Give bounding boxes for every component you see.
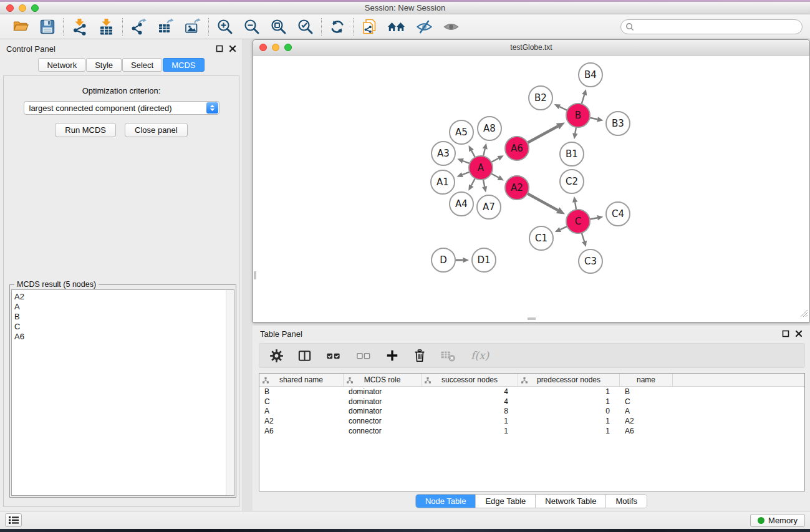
table-row[interactable]: Adominator80A [259,407,804,417]
tab-node-table[interactable]: Node Table [416,495,476,508]
graph-node-A8[interactable]: A8 [478,117,501,140]
tab-select[interactable]: Select [122,58,162,72]
graph-edge-A-A7[interactable] [483,180,485,187]
import-network-icon[interactable] [71,18,88,36]
graph-node-B[interactable]: B [566,104,590,127]
search-input[interactable] [620,19,803,34]
graph-node-D1[interactable]: D1 [472,248,496,272]
graph-node-B2[interactable]: B2 [529,86,552,110]
column-header-predecessor-nodes[interactable]: predecessor nodes [518,374,620,386]
mcds-result-item[interactable]: B [14,312,226,322]
delete-column-icon[interactable] [413,349,427,363]
network-minimize-button[interactable] [272,44,279,51]
float-panel-icon[interactable] [216,45,223,52]
graph-edge-A-A6[interactable] [491,158,499,162]
refresh-network-icon[interactable] [329,19,345,35]
export-image-icon[interactable] [184,18,201,35]
graph-edge-A6-B[interactable] [528,127,558,143]
neighborhood-icon[interactable] [387,19,406,35]
zoom-out-icon[interactable] [243,18,260,35]
import-table-icon[interactable] [98,18,115,36]
split-panel-icon[interactable] [297,349,312,363]
table-row[interactable]: Bdominator41B [259,387,804,397]
graph-edge-C-C1[interactable] [561,226,567,230]
add-column-icon[interactable] [385,349,399,362]
close-window-button[interactable] [6,4,14,12]
graph-node-A1[interactable]: A1 [431,170,455,194]
graph-edge-A-A8[interactable] [483,149,485,157]
graph-edge-C-C3[interactable] [582,233,584,241]
float-table-panel-icon[interactable] [782,330,789,337]
network-close-button[interactable] [259,44,267,51]
show-hidden-icon[interactable] [443,19,460,35]
zoom-in-icon[interactable] [216,18,233,35]
column-header-mcds-role[interactable]: MCDS role [344,374,422,386]
column-header-shared-name[interactable]: shared name [259,374,344,386]
graph-node-A4[interactable]: A4 [450,192,473,216]
graph-node-B1[interactable]: B1 [560,142,584,166]
graph-node-D[interactable]: D [432,248,455,272]
graph-node-C[interactable]: C [566,210,590,233]
table-row[interactable]: Cdominator41C [259,397,804,407]
save-session-icon[interactable] [39,19,55,35]
network-maximize-button[interactable] [284,44,292,51]
run-mcds-button[interactable]: Run MCDS [55,123,116,137]
graph-edge-A-A5[interactable] [471,150,475,157]
graph-node-B3[interactable]: B3 [606,112,630,135]
canvas-vertical-scrollbar[interactable] [254,271,256,279]
mcds-result-item[interactable]: A [14,302,226,312]
graph-node-C1[interactable]: C1 [529,226,553,250]
minimize-window-button[interactable] [19,4,26,12]
tab-mcds[interactable]: MCDS [163,58,204,72]
graph-node-B4[interactable]: B4 [579,63,602,87]
graph-edge-A-A3[interactable] [463,161,470,163]
column-header-name[interactable]: name [620,374,673,386]
mcds-result-item[interactable]: A2 [14,292,226,302]
criterion-select[interactable]: largest connected component (directed) [24,101,219,115]
table-row[interactable]: A6connector11A6 [259,426,804,436]
graph-node-C2[interactable]: C2 [560,170,584,193]
clone-network-icon[interactable] [361,18,377,35]
maximize-window-button[interactable] [31,4,39,12]
network-canvas[interactable]: AA1A3A5A8A4A7A6A2BB1B2B3B4CC1C2C3C4DD1 [253,56,809,321]
graph-edge-A-A4[interactable] [471,178,475,186]
graph-node-A2[interactable]: A2 [505,176,529,200]
select-all-rows-icon[interactable] [325,349,342,363]
panel-divider[interactable] [243,39,253,511]
graph-node-A6[interactable]: A6 [505,137,529,160]
tab-network[interactable]: Network [38,58,85,72]
export-table-icon[interactable] [157,18,174,35]
hide-unselected-icon[interactable] [416,19,433,35]
mcds-result-item[interactable]: A6 [14,332,226,342]
deselect-all-rows-icon[interactable] [355,349,372,363]
graph-node-A[interactable]: A [469,156,493,180]
tab-motifs[interactable]: Motifs [606,495,647,508]
canvas-horizontal-scrollbar[interactable] [528,317,536,320]
zoom-fit-icon[interactable] [270,18,287,35]
graph-edge-B-B1[interactable] [575,127,576,133]
graph-edge-A-A1[interactable] [462,172,470,175]
graph-node-C4[interactable]: C4 [606,202,630,226]
tab-edge-table[interactable]: Edge Table [476,495,536,508]
window-resize-grip[interactable] [800,309,808,320]
zoom-selected-icon[interactable] [297,18,314,35]
open-file-icon[interactable] [12,18,29,35]
close-panel-icon[interactable] [229,45,236,52]
graph-edge-C-C4[interactable] [590,218,597,219]
close-panel-button[interactable]: Close panel [125,123,188,137]
memory-button[interactable]: Memory [750,514,805,527]
export-network-icon[interactable] [130,18,147,35]
column-header-successor-nodes[interactable]: successor nodes [422,374,518,386]
graph-edge-B-B2[interactable] [559,107,567,110]
graph-edge-C-C2[interactable] [575,202,576,210]
network-graph[interactable]: AA1A3A5A8A4A7A6A2BB1B2B3B4CC1C2C3C4DD1 [253,56,809,321]
graph-node-A7[interactable]: A7 [477,195,501,219]
graph-edge-A2-C[interactable] [528,193,558,210]
graph-edge-B-B3[interactable] [590,118,598,120]
graph-node-A5[interactable]: A5 [450,120,473,144]
mcds-result-item[interactable]: C [14,322,226,332]
table-row[interactable]: A2connector11A2 [259,416,804,426]
node-table[interactable]: shared nameMCDS rolesuccessor nodesprede… [259,373,805,491]
graph-edge-A-A2[interactable] [491,173,499,178]
tab-network-table[interactable]: Network Table [536,495,606,508]
